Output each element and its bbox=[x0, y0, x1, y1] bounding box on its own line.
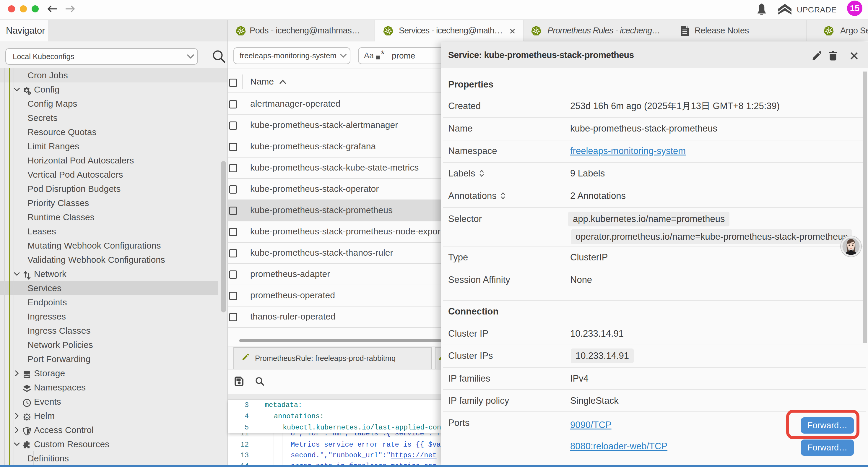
svg-text:H: H bbox=[26, 416, 28, 419]
